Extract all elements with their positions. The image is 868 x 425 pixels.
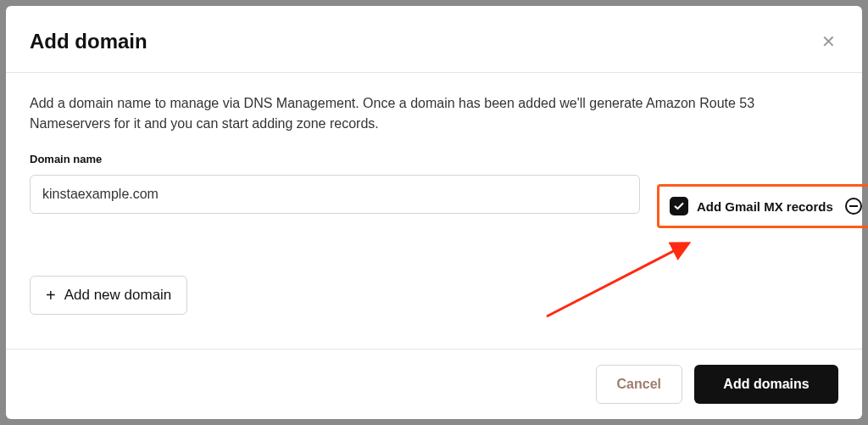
remove-domain-button[interactable] <box>845 198 862 215</box>
domain-name-label: Domain name <box>30 153 838 165</box>
cancel-button[interactable]: Cancel <box>596 365 682 404</box>
modal-header: Add domain ✕ <box>6 6 862 73</box>
add-new-domain-button[interactable]: + Add new domain <box>30 276 187 315</box>
close-icon: ✕ <box>821 32 836 51</box>
gmail-mx-label: Add Gmail MX records <box>697 199 833 214</box>
add-new-domain-label: Add new domain <box>64 287 172 304</box>
domain-row: Add Gmail MX records <box>30 172 838 216</box>
modal-description: Add a domain name to manage via DNS Mana… <box>30 93 838 134</box>
modal-body: Add a domain name to manage via DNS Mana… <box>6 73 862 349</box>
gmail-mx-checkbox[interactable] <box>670 197 688 215</box>
plus-icon: + <box>46 287 56 304</box>
modal-title: Add domain <box>30 30 147 53</box>
modal-footer: Cancel Add domains <box>6 349 862 419</box>
add-domains-button[interactable]: Add domains <box>694 365 838 404</box>
add-domain-modal: Add domain ✕ Add a domain name to manage… <box>6 6 862 419</box>
close-button[interactable]: ✕ <box>818 31 838 52</box>
gmail-mx-option: Add Gmail MX records <box>657 184 868 228</box>
checkmark-icon <box>673 200 685 212</box>
domain-name-input[interactable] <box>30 175 640 214</box>
